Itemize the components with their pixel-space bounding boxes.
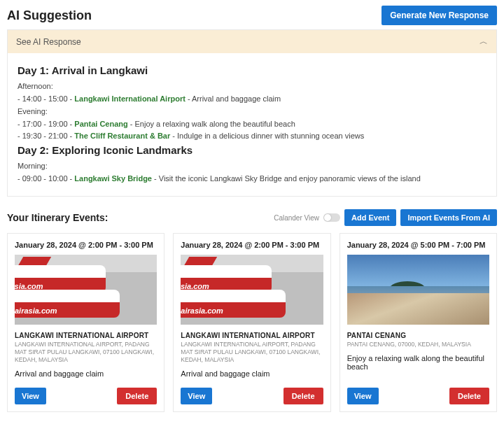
event-actions: ViewDelete <box>15 388 157 404</box>
view-button[interactable]: View <box>181 388 212 404</box>
event-cards-row: January 28, 2024 @ 2:00 PM - 3:00 PMaira… <box>7 233 497 412</box>
event-location: PANTAI CENANG <box>347 332 489 339</box>
generate-new-response-button[interactable]: Generate New Response <box>382 6 497 25</box>
item-place-link[interactable]: The Cliff Restaurant & Bar <box>74 132 170 140</box>
ai-response-accordion-header[interactable]: See AI Response ︿ <box>8 30 496 53</box>
ai-response-body: Day 1: Arrival in LangkawiAfternoon:- 14… <box>8 53 496 196</box>
itinerary-item: - 14:00 - 15:00 - Langkawi International… <box>18 94 486 103</box>
accordion-label: See AI Response <box>16 37 81 47</box>
event-actions: ViewDelete <box>347 388 489 404</box>
event-description: Arrival and baggage claim <box>181 369 323 378</box>
view-button[interactable]: View <box>347 388 379 404</box>
itinerary-item: - 19:30 - 21:00 - The Cliff Restaurant &… <box>18 132 486 140</box>
event-image: airasia.comairasia.com <box>15 255 157 325</box>
itinerary-item: - 17:00 - 19:00 - Pantai Cenang - Enjoy … <box>18 120 486 128</box>
calendar-view-label: Calander View <box>274 214 319 222</box>
event-image <box>347 255 489 325</box>
item-desc: - Indulge in a delicious dinner with stu… <box>170 132 364 140</box>
event-address: PANTAI CENANG, 07000, KEDAH, MALAYSIA <box>347 341 489 348</box>
item-time: - 19:30 - 21:00 - <box>18 132 74 140</box>
delete-button[interactable]: Delete <box>449 388 489 404</box>
period-label: Morning: <box>18 162 486 170</box>
event-datetime: January 28, 2024 @ 2:00 PM - 3:00 PM <box>181 241 323 249</box>
event-description: Arrival and baggage claim <box>15 369 157 378</box>
event-card: January 28, 2024 @ 5:00 PM - 7:00 PMPANT… <box>340 233 497 412</box>
event-card: January 28, 2024 @ 2:00 PM - 3:00 PMaira… <box>173 233 330 412</box>
event-image: airasia.comairasia.com <box>181 255 323 325</box>
add-event-button[interactable]: Add Event <box>344 209 396 226</box>
item-place-link[interactable]: Pantai Cenang <box>74 120 127 128</box>
item-desc: - Arrival and baggage claim <box>186 94 281 103</box>
event-datetime: January 28, 2024 @ 5:00 PM - 7:00 PM <box>347 241 489 249</box>
item-time: - 09:00 - 10:00 - <box>18 174 74 183</box>
calendar-view-toggle[interactable] <box>323 213 340 222</box>
chevron-up-icon: ︿ <box>479 36 488 48</box>
delete-button[interactable]: Delete <box>117 388 157 404</box>
event-location: LANGKAWI INTERNATIONAL AIRPORT <box>181 332 323 339</box>
events-header-row: Your Itinerary Events: Calander View Add… <box>7 209 497 226</box>
period-label: Afternoon: <box>18 82 486 90</box>
item-time: - 14:00 - 15:00 - <box>18 94 74 103</box>
ai-response-panel: See AI Response ︿ Day 1: Arrival in Lang… <box>7 29 497 197</box>
day-heading: Day 1: Arrival in Langkawi <box>18 64 486 76</box>
day-heading: Day 2: Exploring Iconic Landmarks <box>18 144 486 156</box>
itinerary-item: - 09:00 - 10:00 - Langkawi Sky Bridge - … <box>18 174 486 183</box>
event-location: LANGKAWI INTERNATIONAL AIRPORT <box>15 332 157 339</box>
event-actions: ViewDelete <box>181 388 323 404</box>
events-title: Your Itinerary Events: <box>7 212 108 223</box>
event-description: Enjoy a relaxing walk along the beautifu… <box>347 354 489 378</box>
event-datetime: January 28, 2024 @ 2:00 PM - 3:00 PM <box>15 241 157 249</box>
item-time: - 17:00 - 19:00 - <box>18 120 74 128</box>
events-controls: Calander View Add Event Import Events Fr… <box>274 209 497 226</box>
import-events-button[interactable]: Import Events From AI <box>400 209 497 226</box>
ai-header-row: AI Suggestion Generate New Response <box>7 6 497 25</box>
event-address: LANGKAWI INTERNATIONAL AIRPORT, PADANG M… <box>15 341 157 364</box>
item-desc: - Visit the iconic Langkawi Sky Bridge a… <box>152 174 421 183</box>
event-card: January 28, 2024 @ 2:00 PM - 3:00 PMaira… <box>7 233 164 412</box>
item-place-link[interactable]: Langkawi International Airport <box>74 94 186 103</box>
item-place-link[interactable]: Langkawi Sky Bridge <box>74 174 152 183</box>
view-button[interactable]: View <box>15 388 46 404</box>
ai-suggestion-title: AI Suggestion <box>7 8 92 23</box>
delete-button[interactable]: Delete <box>284 388 323 404</box>
item-desc: - Enjoy a relaxing walk along the beauti… <box>128 120 295 128</box>
event-address: LANGKAWI INTERNATIONAL AIRPORT, PADANG M… <box>181 341 323 364</box>
period-label: Evening: <box>18 107 486 115</box>
